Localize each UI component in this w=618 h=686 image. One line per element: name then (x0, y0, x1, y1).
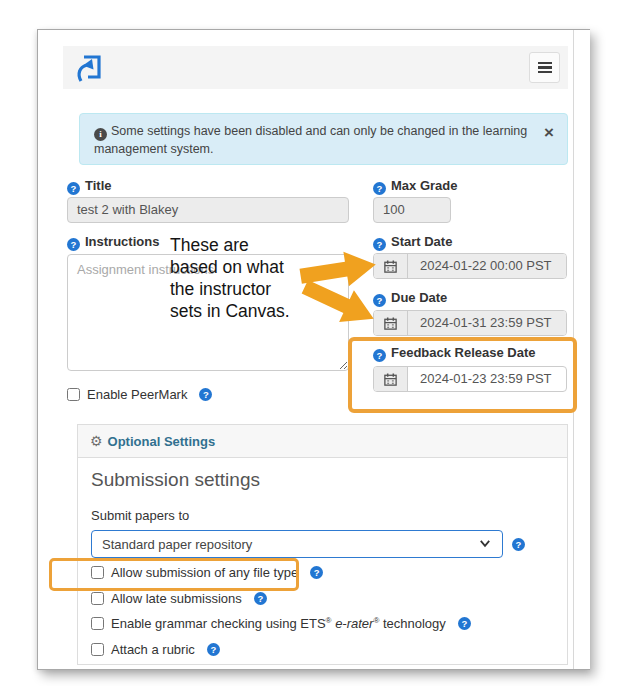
optional-settings-panel: ⚙ Optional Settings Submission settings … (77, 424, 568, 665)
toolbar (63, 46, 568, 89)
title-label: ?Title (67, 178, 112, 195)
hamburger-icon (538, 62, 552, 73)
help-icon[interactable]: ? (67, 182, 80, 195)
help-icon[interactable]: ? (458, 617, 471, 630)
attach-rubric-row: Attach a rubric ? (91, 642, 220, 657)
help-icon[interactable]: ? (67, 238, 80, 251)
due-date-label-text: Due Date (391, 290, 447, 305)
feedback-release-date-label: ?Feedback Release Date (373, 345, 536, 362)
info-icon: i (94, 128, 107, 141)
start-date-group: 2024-01-22 00:00 PST (373, 253, 567, 279)
turnitin-launch-icon (74, 52, 104, 84)
menu-button[interactable] (529, 52, 560, 83)
page: iSome settings have been disabled and ca… (0, 0, 618, 686)
instructions-label: ?Instructions (67, 234, 159, 251)
help-icon[interactable]: ? (512, 538, 525, 551)
title-label-text: Title (85, 178, 112, 193)
start-date-input: 2024-01-22 00:00 PST (408, 254, 566, 278)
settings-card: iSome settings have been disabled and ca… (37, 29, 590, 670)
feedback-release-date-group: 2024-01-23 23:59 PST (373, 366, 567, 392)
grammar-checking-label: Enable grammar checking using ETS® e-rat… (111, 616, 446, 631)
help-icon[interactable]: ? (373, 294, 386, 307)
enable-peermark-label: Enable PeerMark (87, 387, 187, 402)
gear-icon: ⚙ (90, 434, 103, 448)
help-icon[interactable]: ? (373, 349, 386, 362)
alert-text: Some settings have been disabled and can… (94, 124, 527, 156)
submit-papers-to-select[interactable]: Standard paper repository (91, 530, 503, 558)
select-value: Standard paper repository (102, 537, 252, 552)
instructions-label-text: Instructions (85, 234, 159, 249)
submit-papers-to-row: Standard paper repository ? (91, 530, 525, 558)
calendar-icon[interactable] (374, 367, 408, 391)
help-icon[interactable]: ? (373, 182, 386, 195)
calendar-icon (374, 311, 408, 335)
calendar-icon (374, 254, 408, 278)
close-icon: × (544, 123, 554, 142)
due-date-group: 2024-01-31 23:59 PST (373, 310, 567, 336)
help-icon[interactable]: ? (199, 388, 212, 401)
instructions-textarea[interactable] (67, 254, 349, 371)
due-date-label: ?Due Date (373, 290, 447, 307)
grammar-checking-row: Enable grammar checking using ETS® e-rat… (91, 616, 471, 631)
start-date-label: ?Start Date (373, 234, 452, 251)
due-date-input: 2024-01-31 23:59 PST (408, 311, 566, 335)
allow-late-submissions-checkbox[interactable] (91, 592, 104, 605)
feedback-release-date-input[interactable]: 2024-01-23 23:59 PST (408, 367, 566, 391)
help-icon[interactable]: ? (310, 566, 323, 579)
grammar-label-prefix: Enable grammar checking using ETS (111, 616, 326, 631)
max-grade-label-text: Max Grade (391, 178, 457, 193)
allow-any-file-type-label: Allow submission of any file type (111, 565, 298, 580)
grammar-checking-checkbox[interactable] (91, 617, 104, 630)
help-icon[interactable]: ? (207, 643, 220, 656)
submit-papers-to-label: Submit papers to (91, 508, 189, 523)
optional-settings-header: ⚙ Optional Settings (78, 425, 567, 458)
allow-late-submissions-label: Allow late submissions (111, 591, 242, 606)
chevron-down-icon (478, 536, 492, 553)
start-date-label-text: Start Date (391, 234, 452, 249)
scrollbar[interactable] (573, 30, 590, 669)
grammar-label-suffix: technology (379, 616, 446, 631)
allow-late-submissions-row: Allow late submissions ? (91, 591, 267, 606)
allow-any-file-type-checkbox[interactable] (91, 566, 104, 579)
max-grade-label: ?Max Grade (373, 178, 457, 195)
alert-close-button[interactable]: × (544, 125, 554, 141)
help-icon[interactable]: ? (254, 592, 267, 605)
feedback-release-date-label-text: Feedback Release Date (391, 345, 536, 360)
optional-settings-title: Optional Settings (108, 434, 216, 449)
annotation-line: These are (170, 234, 290, 256)
attach-rubric-checkbox[interactable] (91, 643, 104, 656)
attach-rubric-label: Attach a rubric (111, 642, 195, 657)
max-grade-input: 100 (373, 197, 451, 223)
help-icon[interactable]: ? (373, 238, 386, 251)
info-alert: iSome settings have been disabled and ca… (79, 113, 568, 165)
enable-peermark-checkbox[interactable] (67, 388, 80, 401)
enable-peermark-row: Enable PeerMark ? (67, 387, 212, 402)
erater-name: e-rater (332, 616, 374, 631)
allow-any-file-type-row: Allow submission of any file type ? (91, 565, 323, 580)
submission-settings-heading: Submission settings (91, 469, 260, 491)
title-input: test 2 with Blakey (67, 197, 349, 223)
